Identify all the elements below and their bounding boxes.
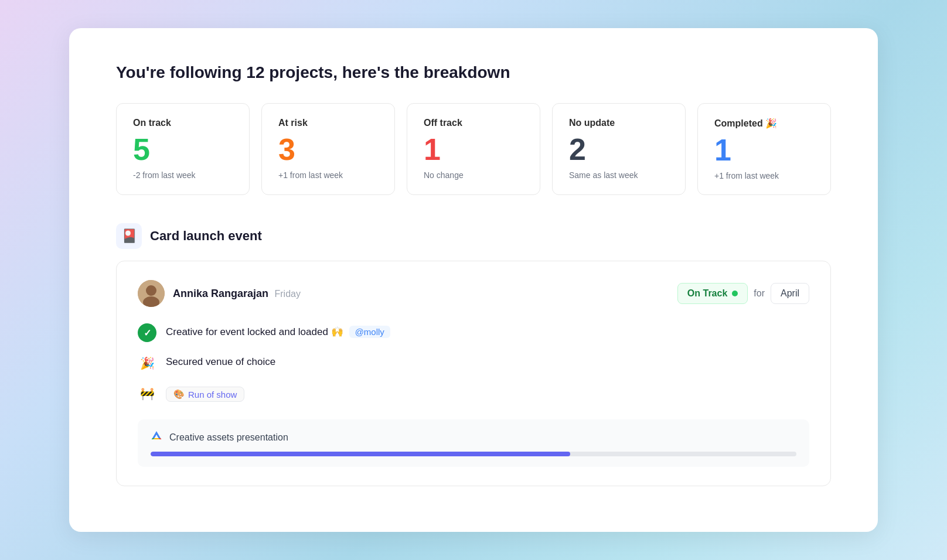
item-text-2: Secured venue of choice — [166, 354, 275, 368]
item-text-label-2: Secured venue of choice — [166, 356, 275, 368]
status-dot — [732, 291, 738, 296]
stat-change-no-update: Same as last week — [569, 170, 669, 180]
update-items: ✓ Creative for event locked and loaded 🙌… — [138, 323, 809, 403]
page-title: You're following 12 projects, here's the… — [116, 63, 831, 82]
construction-icon: 🚧 — [138, 384, 156, 403]
stat-card-no-update[interactable]: No update 2 Same as last week — [552, 103, 686, 195]
stat-card-completed[interactable]: Completed 🎉 1 +1 from last week — [697, 103, 831, 195]
run-of-show-link[interactable]: 🎨 Run of show — [166, 387, 244, 402]
stat-change-off-track: No change — [424, 170, 523, 180]
progress-fill — [151, 452, 570, 456]
check-icon: ✓ — [138, 323, 156, 342]
party-icon: 🎉 — [138, 354, 156, 373]
section-title: Card launch event — [150, 228, 262, 244]
avatar — [138, 280, 165, 307]
author-date: Friday — [275, 289, 301, 299]
update-item-1: ✓ Creative for event locked and loaded 🙌… — [138, 323, 809, 342]
update-item-3: 🚧 🎨 Run of show — [138, 384, 809, 403]
main-card: You're following 12 projects, here's the… — [69, 28, 878, 532]
stat-number-off-track: 1 — [424, 134, 523, 165]
author-name-block: Annika Rangarajan Friday — [173, 288, 301, 300]
stat-card-off-track[interactable]: Off track 1 No change — [407, 103, 540, 195]
figma-icon: 🎨 — [173, 389, 185, 399]
update-header: Annika Rangarajan Friday On Track for Ap… — [138, 280, 809, 307]
stat-number-completed: 1 — [714, 135, 814, 165]
update-card: Annika Rangarajan Friday On Track for Ap… — [116, 261, 831, 486]
asset-row: Creative assets presentation — [138, 419, 809, 467]
stat-change-at-risk: +1 from last week — [278, 170, 378, 180]
svg-point-1 — [146, 285, 156, 296]
asset-header: Creative assets presentation — [151, 430, 796, 445]
stat-number-on-track: 5 — [133, 134, 233, 165]
stat-number-no-update: 2 — [569, 134, 669, 165]
update-item-2: 🎉 Secured venue of choice — [138, 354, 809, 373]
stat-label-off-track: Off track — [424, 118, 523, 128]
author-name: Annika Rangarajan — [173, 288, 268, 299]
stat-change-on-track: -2 from last week — [133, 170, 233, 180]
item-text-1: Creative for event locked and loaded 🙌 @… — [166, 323, 390, 338]
stat-card-on-track[interactable]: On track 5 -2 from last week — [116, 103, 250, 195]
stats-row: On track 5 -2 from last week At risk 3 +… — [116, 103, 831, 195]
status-text: On Track — [687, 288, 727, 299]
item-text-3: 🎨 Run of show — [166, 384, 244, 402]
stat-label-no-update: No update — [569, 118, 669, 128]
stat-label-on-track: On track — [133, 118, 233, 128]
status-badge: On Track — [677, 283, 748, 304]
svg-marker-4 — [152, 431, 161, 438]
asset-label: Creative assets presentation — [169, 432, 288, 443]
stat-card-at-risk[interactable]: At risk 3 +1 from last week — [261, 103, 395, 195]
month-badge: April — [771, 283, 809, 304]
stat-label-at-risk: At risk — [278, 118, 378, 128]
svg-marker-7 — [154, 438, 159, 439]
progress-bar — [151, 452, 796, 456]
author-info: Annika Rangarajan Friday — [138, 280, 301, 307]
section-header: 🎴 Card launch event — [116, 223, 831, 249]
mention-tag[interactable]: @molly — [349, 326, 390, 338]
gdrive-icon — [151, 430, 162, 445]
stat-label-completed: Completed 🎉 — [714, 118, 814, 129]
stat-change-completed: +1 from last week — [714, 171, 814, 180]
status-group: On Track for April — [677, 283, 809, 304]
stat-number-at-risk: 3 — [278, 134, 378, 165]
item-text-label-1: Creative for event locked and loaded 🙌 — [166, 326, 343, 338]
section-icon: 🎴 — [116, 223, 142, 249]
for-label: for — [754, 288, 765, 299]
link-label: Run of show — [188, 390, 237, 399]
